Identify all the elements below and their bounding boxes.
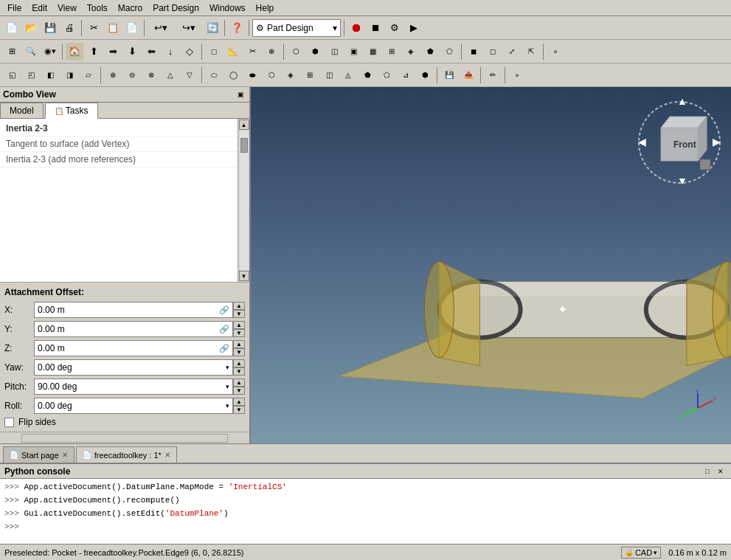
copy-btn[interactable]: 📋	[104, 19, 122, 37]
print-btn[interactable]: 🖨	[60, 19, 78, 37]
view-right[interactable]: ➡	[104, 43, 122, 61]
spin-yaw-down[interactable]: ▼	[233, 367, 245, 376]
viewport[interactable]: ✦ ▲ ▼ ◀ ▶ Front	[251, 87, 731, 443]
sketch-btn11[interactable]: ⊿	[397, 66, 415, 84]
undo-btn[interactable]: ↩▾	[148, 19, 174, 37]
part-btn7[interactable]: ⊖	[123, 66, 141, 84]
spin-z-up[interactable]: ▲	[233, 340, 245, 348]
menu-edit[interactable]: Edit	[27, 1, 52, 15]
view-iso[interactable]: ◇	[181, 43, 198, 61]
view-fit-all[interactable]: 🔍	[22, 43, 40, 61]
view-p2[interactable]: ▣	[344, 43, 362, 61]
sketch-btn10[interactable]: ⬠	[378, 66, 395, 84]
view-p7[interactable]: ⬠	[440, 43, 458, 61]
nav-cube[interactable]: ▲ ▼ ◀ ▶ Front	[635, 94, 724, 190]
sketch-btn4[interactable]: ⬡	[263, 66, 280, 84]
sketch-btn6[interactable]: ⊞	[301, 66, 319, 84]
view-box[interactable]: □	[205, 43, 223, 61]
view-p3[interactable]: ▦	[364, 43, 381, 61]
python-content[interactable]: >>> App.activeDocument().DatumPlane.MapM…	[0, 479, 731, 544]
spin-y-up[interactable]: ▲	[233, 321, 245, 329]
menu-view[interactable]: View	[53, 1, 81, 15]
menu-part-design[interactable]: Part Design	[148, 1, 204, 15]
combo-tab-model[interactable]: Model	[0, 103, 44, 118]
tab-start-close[interactable]: ✕	[62, 451, 68, 459]
python-close[interactable]: ✕	[715, 466, 727, 477]
part-btn2[interactable]: ◰	[22, 66, 40, 84]
part-btn1[interactable]: ◱	[3, 66, 21, 84]
view-shade[interactable]: ⬢	[306, 43, 324, 61]
cut-btn[interactable]: ✂	[85, 19, 103, 37]
save-btn[interactable]: 💾	[41, 19, 59, 37]
menu-tools[interactable]: Tools	[83, 1, 112, 15]
menu-file[interactable]: File	[3, 1, 26, 15]
sketch-btn2[interactable]: ◯	[224, 66, 242, 84]
input-y[interactable]: 0.00 m 🔗	[34, 321, 233, 337]
refresh-btn[interactable]: 🔄	[204, 19, 221, 37]
combo-maximize[interactable]: ▣	[235, 89, 246, 100]
flip-checkbox[interactable]	[4, 418, 14, 427]
menu-help[interactable]: Help	[252, 1, 279, 15]
stop-btn[interactable]: ⏹	[367, 19, 384, 37]
redo-btn[interactable]: ↪▾	[176, 19, 202, 37]
bim-btn1[interactable]: ◼	[465, 43, 482, 61]
workbench-dropdown[interactable]: ⚙ Part Design ▾	[252, 19, 341, 37]
combo-tab-tasks[interactable]: 📋 Tasks	[45, 103, 98, 119]
sketch-btn1[interactable]: ⬭	[205, 66, 223, 84]
new-btn[interactable]: 📄	[3, 19, 21, 37]
bim-btn3[interactable]: ⤢	[503, 43, 521, 61]
pen-btn[interactable]: ✏	[484, 66, 502, 84]
paste-btn[interactable]: 📄	[123, 19, 141, 37]
view-p6[interactable]: ⬟	[421, 43, 439, 61]
part-btn5[interactable]: ▱	[80, 66, 97, 84]
python-maximize[interactable]: □	[701, 466, 713, 477]
view-clip[interactable]: ✂	[243, 43, 261, 61]
spin-x-down[interactable]: ▼	[233, 310, 245, 318]
view-rear[interactable]: ⬇	[123, 43, 141, 61]
part-btn10[interactable]: ▽	[181, 66, 198, 84]
part-btn8[interactable]: ⊗	[142, 66, 160, 84]
macro-settings-btn[interactable]: ⚙	[386, 19, 403, 37]
menu-macro[interactable]: Macro	[114, 1, 147, 15]
view-p5[interactable]: ◈	[402, 43, 420, 61]
help-btn[interactable]: ❓	[228, 19, 246, 37]
spin-roll-down[interactable]: ▼	[233, 406, 245, 414]
view-left[interactable]: ⬅	[142, 43, 160, 61]
view-home[interactable]: ⊞	[3, 43, 21, 61]
view-front[interactable]: 🏠	[66, 43, 83, 61]
sketch-btn3[interactable]: ⬬	[243, 66, 261, 84]
input-pitch[interactable]: 90.00 deg ▾	[34, 378, 233, 395]
sketch-btn7[interactable]: ◫	[320, 66, 338, 84]
cad-badge[interactable]: 🔒 CAD ▾	[621, 547, 661, 559]
spin-pitch-up[interactable]: ▲	[233, 378, 245, 387]
view-style[interactable]: ◉▾	[41, 43, 59, 61]
view-extra[interactable]: ⊕	[263, 43, 280, 61]
extra-right2[interactable]: »	[508, 66, 526, 84]
play-btn[interactable]: ▶	[405, 19, 423, 37]
view-bottom[interactable]: ↓	[162, 43, 179, 61]
bim-btn4[interactable]: ⇱	[522, 43, 540, 61]
sketch-btn12[interactable]: ⬢	[416, 66, 434, 84]
spin-z-down[interactable]: ▼	[233, 348, 245, 356]
view-p1[interactable]: ◫	[325, 43, 343, 61]
spin-x-up[interactable]: ▲	[233, 302, 245, 310]
input-z[interactable]: 0.00 m 🔗	[34, 340, 233, 356]
tab-freecad[interactable]: 📄 freecadtoolkey : 1* ✕	[76, 446, 177, 463]
input-x[interactable]: 0.00 m 🔗	[34, 302, 233, 318]
view-top[interactable]: ⬆	[85, 43, 103, 61]
h-scrollbar[interactable]	[21, 434, 228, 443]
spin-pitch-down[interactable]: ▼	[233, 387, 245, 395]
part-btn9[interactable]: △	[162, 66, 179, 84]
input-yaw[interactable]: 0.00 deg ▾	[34, 359, 233, 376]
spin-y-down[interactable]: ▼	[233, 329, 245, 337]
tab-start-page[interactable]: 📄 Start page ✕	[3, 446, 75, 463]
spin-roll-up[interactable]: ▲	[233, 398, 245, 406]
record-btn[interactable]: ⏺	[347, 19, 365, 37]
save2-btn[interactable]: 💾	[440, 66, 458, 84]
scroll-down[interactable]: ▼	[239, 271, 249, 281]
part-btn4[interactable]: ◨	[60, 66, 78, 84]
sketch-btn8[interactable]: ◬	[339, 66, 357, 84]
view-wire[interactable]: ⬡	[287, 43, 305, 61]
part-btn3[interactable]: ◧	[41, 66, 59, 84]
sketch-btn9[interactable]: ⬟	[358, 66, 376, 84]
